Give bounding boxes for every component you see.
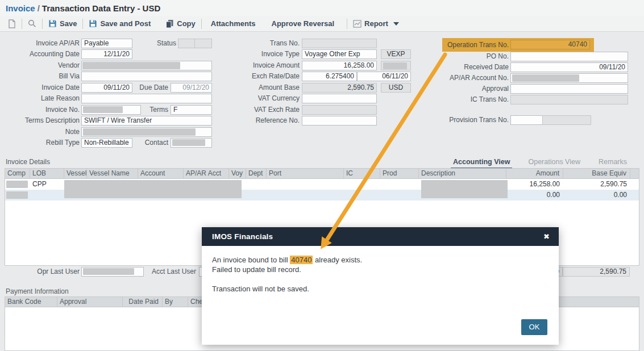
save-icon <box>48 19 57 28</box>
invoice-no-redacted-value <box>83 106 123 113</box>
amount-base-label: Amount Base <box>239 83 300 93</box>
invoice-details-grid-header: Comp LOB Vessel Vessel Name Account AP/A… <box>5 169 639 179</box>
status-field-2 <box>194 39 212 48</box>
provision-trans-no-field-2 <box>542 115 591 125</box>
operation-trans-no-field[interactable]: 40740 <box>510 40 590 49</box>
note-redacted-value <box>83 128 196 136</box>
provision-trans-no-field-1[interactable] <box>510 115 543 125</box>
dialog-title: IMOS Financials <box>212 232 273 241</box>
row1-comp-redacted <box>6 181 28 188</box>
save-and-post-icon <box>89 19 97 28</box>
message-suffix: already exists. <box>313 256 362 264</box>
page-title: Transaction Data Entry - USD <box>42 3 160 13</box>
vat-exch-rate-field <box>302 105 377 115</box>
approve-reversal-button[interactable]: Approve Reversal <box>268 17 338 31</box>
amount-base-field: 2,590.75 <box>302 83 377 93</box>
column-header-port: Port <box>267 169 344 179</box>
reference-no-field[interactable] <box>302 116 377 126</box>
message-prefix: An invoice bound to bill <box>212 256 290 264</box>
invoice-apar-label: Invoice AP/AR <box>5 39 80 48</box>
rebill-type-label: Rebill Type <box>5 138 80 148</box>
late-reason-field[interactable] <box>81 94 212 103</box>
status-field-1 <box>178 39 195 48</box>
invoice-details-tabs: Accounting View Operations View Remarks <box>451 158 629 169</box>
exch-date-field[interactable]: 06/11/20 <box>357 72 411 81</box>
search-button[interactable] <box>24 17 40 31</box>
tab-remarks[interactable]: Remarks <box>596 158 629 169</box>
vat-currency-field[interactable] <box>302 94 377 103</box>
approval-field[interactable] <box>510 84 628 94</box>
column-header-comp: Comp <box>5 169 30 179</box>
opr-last-user-redacted-value <box>83 268 134 275</box>
vendor-redacted-value <box>82 62 180 69</box>
copy-button[interactable]: Copy <box>162 17 199 31</box>
copy-icon <box>165 19 174 28</box>
column-header-apar-acct: AP/AR Acct <box>184 169 229 179</box>
tab-operations-view[interactable]: Operations View <box>526 158 583 169</box>
vat-currency-label: VAT Currency <box>239 94 300 103</box>
invoice-amount-field[interactable]: 16,258.00 <box>302 61 377 70</box>
approval-label: Approval <box>434 84 509 94</box>
terms-description-field[interactable]: SWIFT / Wire Transfer <box>81 116 212 126</box>
apar-account-no-redacted-value <box>512 74 579 82</box>
toolbar-separator <box>82 19 83 29</box>
imos-financials-dialog: IMOS Financials ✖ An invoice bound to bi… <box>202 227 559 345</box>
row1-lob-value: CPP <box>32 179 61 189</box>
base-currency-field: USD <box>381 83 411 93</box>
dialog-message: An invoice bound to bill 40740 already e… <box>202 246 559 294</box>
ic-trans-no-field <box>510 95 628 105</box>
approve-reversal-button-label: Approve Reversal <box>272 19 335 28</box>
column-header-lob: LOB <box>30 169 64 179</box>
new-document-button[interactable] <box>5 17 19 31</box>
column-header-bank-code: Bank Code <box>5 297 57 307</box>
copy-button-label: Copy <box>177 19 196 28</box>
save-button[interactable]: Save <box>45 17 80 31</box>
bill-via-label: Bill Via <box>5 72 80 81</box>
column-header-description: Description <box>419 169 506 179</box>
rows-description-redacted <box>421 180 508 198</box>
column-header-dept: Dept <box>246 169 267 179</box>
toolbar: Save Save and Post Copy Attachments Appr… <box>0 16 644 32</box>
note-label: Note <box>5 127 80 137</box>
ok-button[interactable]: OK <box>521 319 547 335</box>
highlighted-bill-number: 40740 <box>290 256 313 264</box>
exch-rate-field[interactable]: 6.275400 <box>302 72 357 81</box>
attachments-button-label: Attachments <box>211 19 256 28</box>
bill-via-field[interactable] <box>81 72 212 81</box>
dialog-close-icon[interactable]: ✖ <box>543 232 550 241</box>
breadcrumb-invoice-link[interactable]: Invoice <box>6 3 35 13</box>
toolbar-separator <box>201 19 202 29</box>
invoice-type-field[interactable]: Voyage Other Exp <box>302 49 377 59</box>
trans-no-label: Trans No. <box>239 39 300 48</box>
column-header-voy: Voy <box>229 169 246 179</box>
due-date-label: Due Date <box>134 83 168 93</box>
row2-base-equiv-value: 0.00 <box>564 190 627 199</box>
received-date-field[interactable]: 09/11/20 <box>510 62 628 72</box>
rebill-type-field[interactable]: Non-Rebillable <box>81 138 132 148</box>
rows-vessel-account-redacted <box>64 180 242 198</box>
dialog-message-line-2: Failed to update bill record. <box>212 265 549 274</box>
column-header-date-paid: Date Paid <box>123 297 163 307</box>
late-reason-label: Late Reason <box>5 94 80 103</box>
attachments-button[interactable]: Attachments <box>207 17 259 31</box>
tab-accounting-view[interactable]: Accounting View <box>451 158 512 169</box>
invoice-no-label: Invoice No. <box>5 105 80 115</box>
contact-label: Contact <box>134 138 168 148</box>
row1-base-equiv-value: 2,590.75 <box>564 179 627 189</box>
invoice-amount-label: Invoice Amount <box>239 61 300 70</box>
terms-description-label: Terms Description <box>5 116 80 126</box>
accounting-date-field[interactable]: 12/11/20 <box>81 49 132 59</box>
provision-trans-no-label: Provision Trans No. <box>434 115 509 125</box>
invoice-apar-field[interactable]: Payable <box>81 39 132 48</box>
terms-field[interactable]: F <box>171 105 212 115</box>
po-no-field[interactable] <box>510 52 628 61</box>
due-date-field[interactable]: 09/12/20 <box>171 83 212 93</box>
toolbar-separator <box>22 19 22 29</box>
acct-last-user-label: Acct Last User <box>139 267 196 277</box>
invoice-date-label: Invoice Date <box>5 83 80 93</box>
invoice-date-field[interactable]: 09/11/20 <box>81 83 132 93</box>
column-header-amount: Amount <box>506 169 563 179</box>
report-button[interactable]: Report <box>350 17 402 31</box>
accounting-date-label: Accounting Date <box>5 49 80 59</box>
save-and-post-button[interactable]: Save and Post <box>85 17 154 31</box>
